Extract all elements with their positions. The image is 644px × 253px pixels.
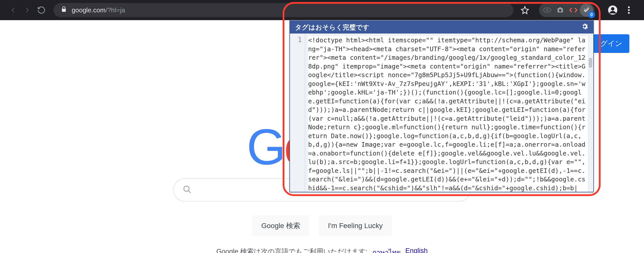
- language-prefix: Google 検索は次の言語でもご利用いただけます:: [216, 247, 367, 253]
- tag-validator-panel: タグはおそらく完璧です 1 <!doctype html><html items…: [289, 20, 594, 192]
- svg-point-6: [184, 186, 189, 192]
- code-area[interactable]: <!doctype html><html itemscope="" itemty…: [305, 34, 593, 192]
- url-host: google.com: [72, 6, 105, 14]
- line-number: 1: [290, 36, 302, 44]
- google-search-button[interactable]: Google 検索: [252, 215, 309, 236]
- reload-button[interactable]: [34, 3, 48, 17]
- search-icon: [183, 185, 192, 195]
- panel-body: 1 <!doctype html><html itemscope="" item…: [290, 34, 593, 192]
- feeling-lucky-button[interactable]: I'm Feeling Lucky: [319, 215, 392, 236]
- url-path: /?hl=ja: [105, 6, 125, 14]
- highlight-annotation: タグはおそらく完璧です 1 <!doctype html><html items…: [283, 2, 601, 196]
- search-buttons: Google 検索 I'm Feeling Lucky: [252, 215, 392, 236]
- panel-header: タグはおそらく完璧です: [290, 21, 593, 34]
- lock-icon: [61, 6, 67, 14]
- gear-icon[interactable]: [581, 23, 588, 32]
- menu-icon[interactable]: [622, 4, 635, 17]
- back-button[interactable]: [6, 3, 20, 17]
- code-text: <!doctype html><html itemscope="" itemty…: [308, 36, 588, 192]
- profile-icon[interactable]: [606, 4, 619, 17]
- panel-title: タグはおそらく完璧です: [295, 23, 369, 32]
- svg-point-5: [628, 12, 630, 14]
- language-row: Google 検索は次の言語でもご利用いただけます: ภาษาไทย Engli…: [216, 247, 428, 253]
- scrollbar-thumb[interactable]: [589, 58, 592, 68]
- svg-point-3: [628, 6, 630, 8]
- svg-point-4: [628, 9, 630, 11]
- line-gutter: 1: [290, 34, 305, 192]
- language-link-thai[interactable]: ภาษาไทย: [372, 247, 401, 253]
- svg-point-2: [611, 7, 614, 10]
- forward-button[interactable]: [20, 3, 34, 17]
- language-link-english[interactable]: English: [405, 247, 428, 253]
